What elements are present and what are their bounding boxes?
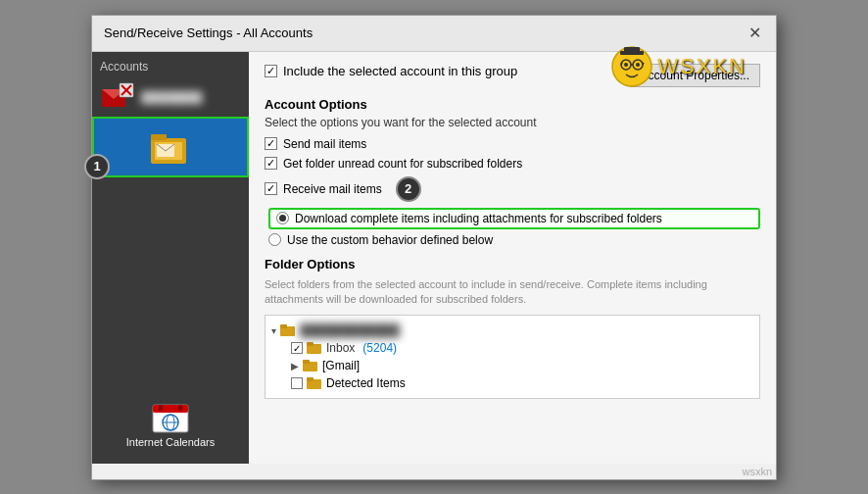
- detected-label: Detected Items: [326, 376, 406, 390]
- svg-rect-11: [159, 405, 163, 411]
- inbox-checkbox[interactable]: ✓: [291, 342, 303, 354]
- root-chevron-icon: ▾: [271, 325, 276, 336]
- dialog-title: Send/Receive Settings - All Accounts: [104, 25, 313, 40]
- svg-rect-10: [153, 405, 188, 413]
- custom-behavior-row[interactable]: Use the custom behavior defined below: [268, 233, 760, 247]
- send-mail-label: Send mail items: [283, 137, 366, 151]
- receive-mail-row: ✓ Receive mail items 2: [265, 176, 760, 202]
- folder-unread-row: ✓ Get folder unread count for subscribed…: [265, 157, 760, 171]
- svg-rect-21: [303, 360, 310, 364]
- custom-behavior-radio[interactable]: [268, 233, 281, 246]
- detected-folder-icon: [307, 376, 322, 390]
- accounts-label: Accounts: [92, 60, 148, 74]
- gmail-folder-icon: [303, 359, 318, 372]
- annotation-badge-2: 2: [396, 176, 421, 202]
- folder-options-title: Folder Options: [265, 257, 760, 272]
- account-options-section: Account Options Select the options you w…: [265, 97, 760, 247]
- root-icon: [280, 323, 296, 337]
- sidebar-item-internet-cal[interactable]: Internet Calendars: [92, 393, 249, 456]
- folder-unread-label: Get folder unread count for subscribed f…: [283, 157, 522, 171]
- download-complete-label: Download complete items including attach…: [295, 212, 662, 225]
- internet-cal-label: Internet Calendars: [126, 436, 216, 448]
- detected-checkbox[interactable]: [291, 377, 303, 389]
- internet-calendars-icon: [149, 401, 192, 436]
- account-properties-button[interactable]: Account Properties...: [630, 64, 760, 87]
- root-label-blurred: ████████████: [300, 323, 400, 337]
- folder-options-desc: Select folders from the selected account…: [265, 277, 760, 308]
- include-label: Include the selected account in this gro…: [283, 64, 517, 78]
- main-content: ✓ Include the selected account in this g…: [249, 52, 776, 464]
- top-section: ✓ Include the selected account in this g…: [265, 64, 760, 87]
- receive-mail-label: Receive mail items: [283, 182, 382, 196]
- svg-rect-12: [178, 405, 182, 411]
- svg-rect-19: [307, 342, 313, 346]
- sidebar: Accounts ████████: [92, 52, 249, 464]
- account1-label: ████████: [141, 91, 202, 103]
- title-bar: Send/Receive Settings - All Accounts ✕: [92, 16, 776, 52]
- svg-rect-17: [280, 324, 287, 328]
- svg-rect-23: [307, 377, 313, 381]
- download-complete-row[interactable]: Download complete items including attach…: [268, 208, 760, 229]
- folder-options-section: Folder Options Select folders from the s…: [265, 257, 760, 400]
- account2-icon: [147, 126, 194, 168]
- tree-inbox-row: ✓ Inbox (5204): [271, 339, 753, 357]
- send-mail-row: ✓ Send mail items: [265, 137, 760, 151]
- annotation-badge-1: 1: [84, 154, 110, 179]
- receive-mail-checkbox[interactable]: ✓: [265, 182, 277, 195]
- account-options-title: Account Options: [265, 97, 760, 112]
- tree-detected-row: Detected Items: [271, 374, 753, 392]
- inbox-label: Inbox: [326, 341, 355, 355]
- tree-gmail-row: ▶ [Gmail]: [271, 357, 753, 374]
- tree-root-row: ▾ ████████████: [271, 321, 753, 339]
- gmail-label: [Gmail]: [322, 359, 360, 372]
- sidebar-item-account1[interactable]: ████████: [92, 77, 249, 117]
- download-complete-radio[interactable]: [276, 212, 289, 224]
- close-button[interactable]: ✕: [745, 24, 764, 43]
- account-options-desc: Select the options you want for the sele…: [265, 116, 760, 129]
- account1-icon: [100, 81, 135, 113]
- sidebar-item-account2[interactable]: 1: [92, 117, 249, 177]
- include-row: ✓ Include the selected account in this g…: [265, 64, 517, 78]
- inbox-count: (5204): [362, 341, 397, 355]
- wsxkn-bottom-watermark: wsxkn: [92, 464, 776, 479]
- custom-behavior-label: Use the custom behavior defined below: [287, 233, 493, 247]
- svg-rect-6: [151, 134, 167, 140]
- send-mail-checkbox[interactable]: ✓: [265, 137, 277, 150]
- include-checkbox[interactable]: ✓: [265, 65, 277, 77]
- inbox-folder-icon: [307, 341, 322, 355]
- folder-unread-checkbox[interactable]: ✓: [265, 157, 277, 170]
- gmail-chevron-icon: ▶: [291, 361, 299, 371]
- folder-tree: ▾ ████████████ ✓ I: [265, 315, 760, 399]
